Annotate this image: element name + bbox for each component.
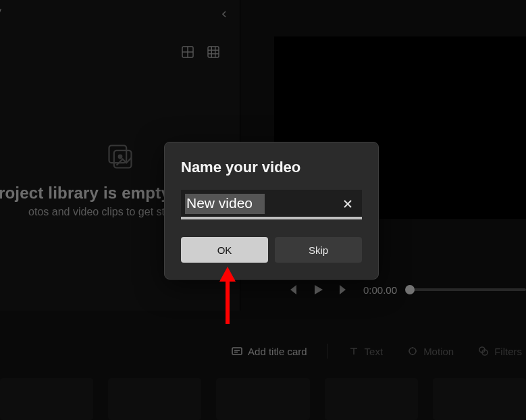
text-button[interactable]: Text (344, 343, 388, 360)
filters-button[interactable]: Filters (474, 343, 526, 360)
clear-input-button[interactable] (338, 194, 358, 214)
view-large-grid-button[interactable] (182, 46, 194, 58)
chevron-left-icon (221, 11, 228, 18)
storyboard-strip (0, 378, 526, 420)
motion-icon (407, 346, 418, 357)
play-icon (312, 284, 324, 296)
playhead-thumb[interactable] (405, 285, 415, 294)
skip-button-label: Skip (309, 244, 328, 256)
toolbar-separator (327, 344, 328, 359)
title-card-icon (232, 346, 242, 357)
storyboard-slot[interactable] (325, 378, 418, 420)
prev-frame-button[interactable] (281, 278, 304, 301)
playhead-time: 0:00.00 (363, 284, 397, 296)
view-small-grid-button[interactable] (207, 46, 219, 58)
storyboard-slot[interactable] (433, 378, 526, 420)
name-video-dialog: Name your video OK Skip (164, 142, 379, 280)
video-name-input[interactable] (181, 190, 362, 218)
collapse-panel-button[interactable] (217, 7, 232, 22)
close-icon (343, 199, 352, 209)
text-label: Text (365, 346, 384, 357)
svg-rect-3 (208, 47, 219, 57)
motion-button[interactable]: Motion (403, 343, 458, 360)
grid-2x2-icon (182, 46, 194, 58)
motion-label: Motion (423, 346, 454, 357)
grid-3x3-icon (207, 46, 219, 58)
play-button[interactable] (307, 278, 330, 301)
filters-label: Filters (494, 346, 522, 357)
storyboard-slot[interactable] (0, 378, 93, 420)
playhead-slider[interactable] (406, 288, 526, 291)
image-stack-icon (105, 142, 135, 172)
dialog-title: Name your video (181, 159, 362, 176)
ok-button-label: OK (217, 244, 232, 256)
clip-toolbar: Add title card Text Motion Filters (0, 338, 526, 365)
svg-rect-11 (232, 348, 242, 355)
ok-button[interactable]: OK (181, 237, 268, 263)
skip-button[interactable]: Skip (275, 237, 362, 263)
svg-point-14 (409, 348, 416, 355)
add-title-card-label: Add title card (248, 346, 307, 357)
text-icon (348, 346, 359, 357)
skip-back-icon (286, 284, 298, 296)
library-panel-title: ary (0, 5, 1, 16)
add-title-card-button[interactable]: Add title card (228, 343, 311, 360)
svg-point-10 (118, 155, 122, 159)
next-frame-button[interactable] (332, 278, 355, 301)
skip-forward-icon (338, 284, 350, 296)
filters-icon (478, 346, 489, 357)
storyboard-slot[interactable] (108, 378, 201, 420)
storyboard-slot[interactable] (216, 378, 309, 420)
